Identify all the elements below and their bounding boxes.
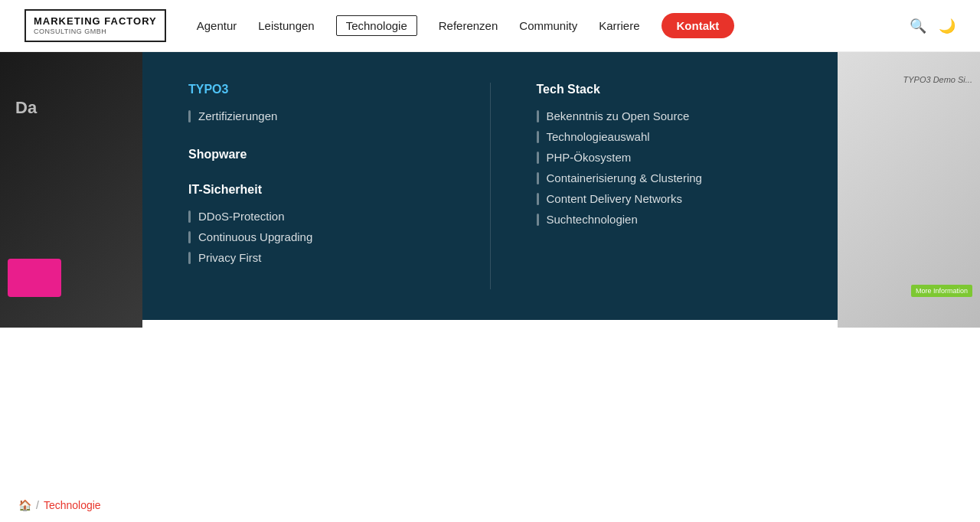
header-left: MARKETING FACTORY CONSULTING GMBH Agentu… [24,9,734,41]
nav-item-leistungen[interactable]: Leistungen [258,16,314,35]
item-bar [537,214,539,226]
nav-item-community[interactable]: Community [519,16,577,35]
technologie-dropdown: TYPO3 Zertifizierungen Shopware IT-Siche… [142,52,838,320]
dropdown-item-open-source[interactable]: Bekenntnis zu Open Source [537,106,792,126]
dropdown-section-techstack: Tech Stack Bekenntnis zu Open Source Tec… [537,83,792,230]
dropdown-item-containerisierung[interactable]: Containerisierung & Clustering [537,168,792,188]
bg-right: TYPO3 Demo Si... More Information [838,52,980,328]
nav-item-referenzen[interactable]: Referenzen [439,16,498,35]
dropdown-item-text: Continuous Upgrading [198,230,312,243]
dropdown-item-text: Bekenntnis zu Open Source [547,109,690,122]
dropdown-heading-itsicherheit: IT-Sicherheit [188,183,444,197]
bg-left: Da [0,52,142,328]
dropdown-item-text: Zertifizierungen [198,109,277,122]
breadcrumb-current: Technologie [44,499,101,511]
item-bar [188,110,191,122]
breadcrumb-home[interactable]: 🏠 [18,499,31,511]
item-bar [537,193,539,205]
nav-item-kontakt[interactable]: Kontakt [662,13,735,38]
item-bar [537,172,539,184]
dropdown-item-cdn[interactable]: Content Delivery Networks [537,188,792,209]
dropdown-item-privacy-first[interactable]: Privacy First [188,247,444,268]
header-right: 🔍 🌙 [910,18,956,34]
dropdown-item-technologieauswahl[interactable]: Technologieauswahl [537,126,792,147]
dropdown-item-text: DDoS-Protection [198,210,285,223]
typo3-demo-text: TYPO3 Demo Si... [903,75,972,84]
item-bar [537,131,539,143]
breadcrumb-separator: / [36,499,39,511]
dropdown-item-suchtechnologien[interactable]: Suchtechnologien [537,209,792,230]
dropdown-item-zertifizierungen[interactable]: Zertifizierungen [188,106,444,126]
breadcrumb: 🏠 / Technologie [0,488,980,522]
dropdown-item-text: Technologieauswahl [547,130,650,143]
item-bar [188,231,191,243]
dropdown-right-column: Tech Stack Bekenntnis zu Open Source Tec… [490,83,792,289]
pink-card [8,259,61,297]
dropdown-section-shopware: Shopware [188,148,444,161]
page-body: Da TYPO3 Demo Si... More Information TYP… [0,52,980,522]
dropdown-left-column: TYPO3 Zertifizierungen Shopware IT-Siche… [188,83,490,289]
item-bar [537,152,539,164]
main-nav: Agentur Leistungen Technologie Referenze… [197,13,735,38]
nav-item-agentur[interactable]: Agentur [197,16,237,35]
bg-left-text: Da [15,98,37,118]
dropdown-item-text: PHP-Ökosystem [547,151,632,164]
dropdown-section-itsicherheit: IT-Sicherheit DDoS-Protection Continuous… [188,183,444,268]
logo-main: MARKETING FACTORY [34,15,157,28]
logo-sub: CONSULTING GMBH [34,28,157,36]
more-info-badge: More Information [911,285,972,297]
nav-item-karriere[interactable]: Karriere [599,16,639,35]
dropdown-item-text: Containerisierung & Clustering [547,171,702,184]
dropdown-item-text: Suchtechnologien [547,213,638,226]
dropdown-section-typo3: TYPO3 Zertifizierungen [188,83,444,126]
dark-mode-button[interactable]: 🌙 [939,18,956,34]
dropdown-item-text: Privacy First [198,251,262,264]
item-bar [537,110,539,122]
logo[interactable]: MARKETING FACTORY CONSULTING GMBH [24,9,166,41]
dropdown-item-text: Content Delivery Networks [547,192,683,205]
search-button[interactable]: 🔍 [910,18,926,34]
item-bar [188,252,191,264]
dropdown-item-continuous-upgrading[interactable]: Continuous Upgrading [188,227,444,247]
dropdown-heading-shopware: Shopware [188,148,444,161]
dropdown-heading-typo3: TYPO3 [188,83,444,96]
dropdown-heading-techstack: Tech Stack [537,83,792,96]
dropdown-item-ddos[interactable]: DDoS-Protection [188,206,444,227]
nav-item-technologie[interactable]: Technologie [336,15,417,36]
header: MARKETING FACTORY CONSULTING GMBH Agentu… [0,0,980,52]
dropdown-item-php[interactable]: PHP-Ökosystem [537,147,792,168]
item-bar [188,210,191,223]
